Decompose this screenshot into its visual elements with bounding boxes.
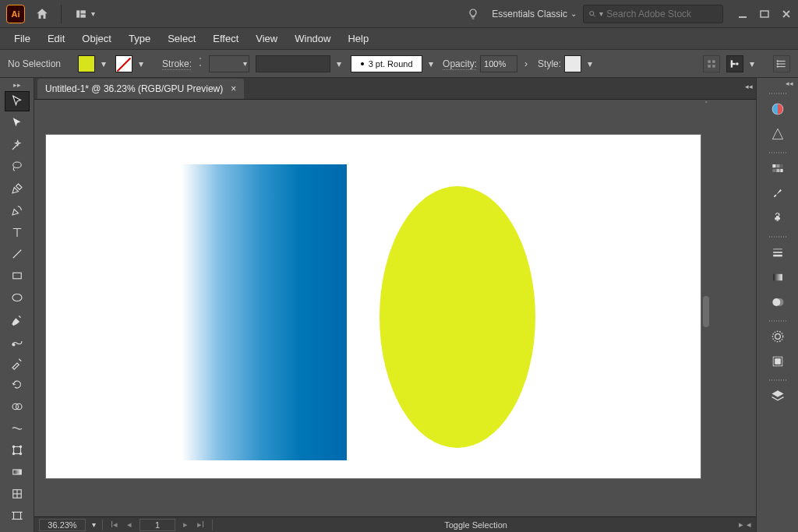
expand-tools-button[interactable]: ▸▸ <box>0 79 34 90</box>
ellipse-object[interactable] <box>380 186 535 448</box>
workspace-switcher[interactable]: Essentials Classic ⌄ <box>486 9 583 19</box>
chevron-down-icon: ▾ <box>425 58 436 69</box>
scroll-thumb[interactable] <box>703 296 709 327</box>
zoom-level[interactable]: 36.23% <box>39 519 86 531</box>
home-button[interactable] <box>31 3 53 25</box>
mesh-tool[interactable] <box>5 484 30 504</box>
menu-type[interactable]: Type <box>121 30 158 48</box>
rectangle-object[interactable] <box>182 164 347 460</box>
fill-swatch[interactable] <box>78 55 95 72</box>
vertical-scrollbar[interactable]: ˄ <box>701 100 711 501</box>
search-input[interactable] <box>606 9 718 19</box>
symbols-panel-icon[interactable]: ♣ <box>765 206 790 230</box>
line-tool[interactable] <box>5 244 30 264</box>
chevron-down-icon[interactable]: ▾ <box>92 520 96 529</box>
panel-grip[interactable] <box>762 318 793 324</box>
menu-select[interactable]: Select <box>160 30 203 48</box>
layers-panel-icon[interactable] <box>765 384 790 407</box>
scroll-up-arrow[interactable]: ˄ <box>701 100 711 109</box>
stroke-swatch-group[interactable]: ▾ <box>115 55 147 72</box>
artboard[interactable] <box>45 134 701 479</box>
document-tab[interactable]: Untitled-1* @ 36.23% (RGB/GPU Preview) × <box>37 79 244 99</box>
rectangle-tool[interactable] <box>5 266 30 286</box>
fill-swatch-group[interactable]: ▾ <box>78 55 109 72</box>
chevron-right-icon[interactable]: › <box>521 58 531 69</box>
menu-view[interactable]: View <box>248 30 285 48</box>
variable-width-profile-dropdown[interactable] <box>256 55 330 72</box>
menu-window[interactable]: Window <box>287 30 338 48</box>
transparency-panel-icon[interactable] <box>765 291 790 314</box>
preferences-button[interactable]: ▾ <box>726 55 757 72</box>
paintbrush-tool[interactable] <box>5 309 30 329</box>
maximize-button[interactable] <box>756 5 773 23</box>
lasso-tool[interactable] <box>5 157 30 177</box>
pen-tool[interactable] <box>5 178 30 199</box>
svg-rect-9 <box>708 60 711 63</box>
blob-brush-tool[interactable] <box>5 331 30 351</box>
horizontal-scroll-arrows[interactable]: ▸◂ <box>739 520 751 530</box>
search-stock-field[interactable]: ▾ <box>583 5 723 23</box>
free-transform-tool[interactable] <box>5 440 30 460</box>
stroke-weight-stepper[interactable]: ˄˅ <box>195 55 206 72</box>
color-guide-panel-icon[interactable] <box>765 122 790 146</box>
minimize-button[interactable] <box>734 5 751 23</box>
brush-definition-dropdown[interactable]: 3 pt. Round <box>351 55 422 72</box>
curvature-tool[interactable] <box>5 200 30 220</box>
stroke-weight-dropdown[interactable]: ▾ <box>209 55 249 72</box>
width-tool[interactable] <box>5 418 30 439</box>
svg-point-26 <box>12 344 15 346</box>
artboard-number[interactable]: 1 <box>139 519 175 531</box>
document-setup-button[interactable] <box>703 55 720 72</box>
menu-file[interactable]: File <box>6 30 38 48</box>
last-artboard-button[interactable]: ▸I <box>196 520 206 530</box>
menu-effect[interactable]: Effect <box>205 30 246 48</box>
panel-menu-button[interactable] <box>773 55 790 72</box>
prev-artboard-button[interactable]: ◂ <box>125 520 133 530</box>
arrange-documents-button[interactable]: ▾ <box>69 3 100 25</box>
opacity-label[interactable]: Opacity: <box>443 58 477 69</box>
brushes-panel-icon[interactable] <box>765 181 790 205</box>
panel-grip[interactable] <box>762 90 793 97</box>
magic-wand-tool[interactable] <box>5 135 30 155</box>
opacity-value[interactable]: 100% <box>480 55 517 72</box>
svg-rect-44 <box>772 164 775 167</box>
panel-grip[interactable] <box>762 234 793 240</box>
artboard-tool[interactable] <box>5 506 30 526</box>
expand-panels-button[interactable]: ◂◂ <box>757 78 798 89</box>
ellipse-tool[interactable] <box>5 287 30 308</box>
collapse-right-button[interactable]: ◂◂ <box>745 83 753 90</box>
direct-selection-tool[interactable] <box>5 113 30 133</box>
style-label[interactable]: Style: <box>538 58 561 69</box>
swatches-panel-icon[interactable] <box>765 157 790 180</box>
eyedropper-tool[interactable] <box>5 353 30 373</box>
graphic-styles-panel-icon[interactable] <box>765 350 790 373</box>
gradient-tool[interactable] <box>5 462 30 482</box>
first-artboard-button[interactable]: I◂ <box>109 520 119 530</box>
color-panel-icon[interactable] <box>765 97 790 121</box>
discover-button[interactable] <box>462 3 484 25</box>
graphic-style-swatch[interactable] <box>564 55 581 72</box>
brush-label: 3 pt. Round <box>369 59 413 69</box>
menu-help[interactable]: Help <box>340 30 376 48</box>
close-button[interactable] <box>778 5 795 23</box>
menu-object[interactable]: Object <box>74 30 119 48</box>
appearance-panel-icon[interactable] <box>765 325 790 348</box>
status-hint: Toggle Selection <box>219 520 733 530</box>
svg-rect-11 <box>708 65 711 68</box>
canvas[interactable]: ˄ <box>34 100 756 516</box>
stroke-label[interactable]: Stroke: <box>162 58 192 69</box>
close-tab-button[interactable]: × <box>231 83 236 94</box>
svg-line-23 <box>12 250 21 259</box>
panel-grip[interactable] <box>762 150 793 156</box>
stroke-panel-icon[interactable] <box>765 241 790 264</box>
shape-builder-tool[interactable] <box>5 396 30 417</box>
rotate-tool[interactable] <box>5 375 30 395</box>
type-tool[interactable] <box>5 222 30 242</box>
next-artboard-button[interactable]: ▸ <box>182 520 189 530</box>
gradient-panel-icon[interactable] <box>765 266 790 289</box>
stroke-swatch[interactable] <box>115 55 132 72</box>
panel-grip[interactable] <box>762 377 793 383</box>
menu-edit[interactable]: Edit <box>40 30 72 48</box>
selection-tool[interactable] <box>5 91 30 111</box>
svg-rect-34 <box>12 470 21 474</box>
